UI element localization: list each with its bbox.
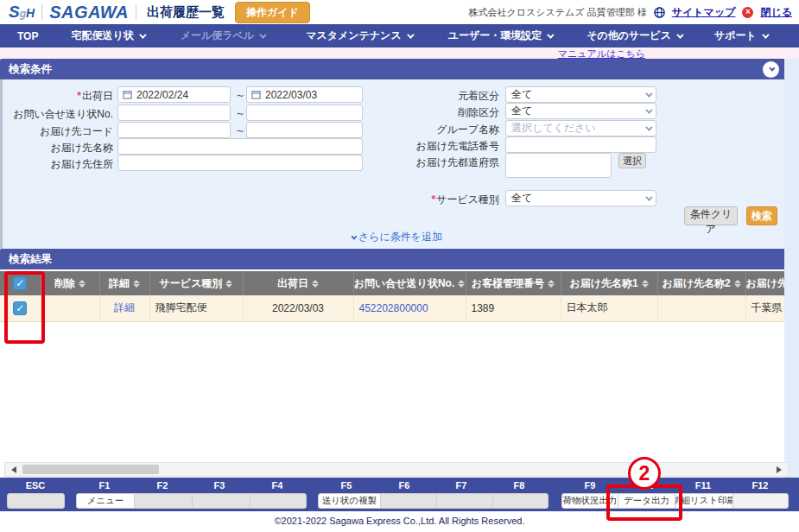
calendar-icon: [251, 90, 261, 99]
f2-button[interactable]: [135, 494, 193, 508]
ship-date-from-field[interactable]: 2022/02/24: [117, 86, 231, 103]
nav-item-support[interactable]: サポート: [714, 28, 767, 43]
f9-f12-button-group: 荷物状況出力 データ出力 明細リスト印刷: [561, 493, 789, 509]
col-dest-pref[interactable]: お届け先: [745, 271, 784, 295]
main-nav: TOP 宅配便送り状 メール便ラベル マスタメンテナンス ユーザー・環境設定 そ…: [0, 24, 799, 48]
operation-guide-button[interactable]: 操作ガイド: [235, 2, 310, 23]
fkey-label-f4: F4: [272, 480, 283, 491]
col-dest-name1[interactable]: お届け先名称1: [561, 271, 657, 295]
collapse-search-button[interactable]: [763, 61, 779, 78]
f8-button[interactable]: [493, 494, 548, 508]
dest-addr-label: お届け先住所: [3, 157, 113, 172]
f3-button[interactable]: [193, 494, 250, 508]
esc-button[interactable]: [7, 493, 65, 509]
dest-name-input[interactable]: [117, 138, 363, 155]
f5-f8-button-group: 送り状の複製: [318, 493, 549, 509]
scrollbar-thumb[interactable]: [22, 465, 159, 474]
nav-item-master-maintenance[interactable]: マスタメンテナンス: [306, 28, 412, 43]
search-condition-title: 検索条件: [9, 62, 52, 77]
row-delete-cell: [41, 295, 99, 321]
dest-phone-input[interactable]: [505, 136, 656, 153]
row-dest-pref-cell: 千葉県: [745, 295, 784, 321]
group-name-label: グループ名称: [365, 123, 499, 137]
copy-invoice-button[interactable]: 送り状の複製: [319, 494, 381, 508]
payment-type-value: 全て: [511, 87, 532, 102]
top-right-area: 株式会社クロスシステムズ 品質管理部 様 サイトマップ × 閉じる: [469, 5, 792, 20]
dest-addr-input[interactable]: [117, 155, 363, 171]
dest-name-label: お届け先名称: [3, 141, 113, 155]
clear-conditions-button[interactable]: 条件クリア: [684, 206, 738, 225]
ship-date-to-field[interactable]: 2022/03/03: [246, 86, 363, 103]
globe-icon: [654, 7, 665, 18]
tracking-no-to-input[interactable]: [246, 104, 363, 121]
package-status-output-button[interactable]: 荷物状況出力: [562, 494, 618, 508]
close-link[interactable]: 閉じる: [760, 5, 792, 20]
service-type-select[interactable]: 全て: [505, 190, 656, 206]
function-key-bar: ESC F1 F2 F3 F4 F5 F6 F7 F8 F9 F10 F11 F…: [0, 478, 799, 511]
nav-item-user-settings[interactable]: ユーザー・環境設定: [448, 28, 553, 43]
fkey-label-f5: F5: [341, 480, 352, 491]
row-select-cell: ✓: [0, 295, 41, 321]
col-dest-name2[interactable]: お届け先名称2: [657, 271, 745, 295]
delete-type-value: 全て: [511, 104, 532, 118]
f12-button[interactable]: [733, 494, 788, 508]
nav-item-takuhaibin-invoice[interactable]: 宅配便送り状: [71, 28, 143, 43]
add-conditions-link[interactable]: さらに条件を追加: [3, 230, 790, 244]
row-customer-no-cell: 1389: [466, 295, 561, 321]
sort-icon: [79, 280, 86, 288]
pref-select-button[interactable]: 選択: [618, 153, 646, 168]
col-delete[interactable]: 削除: [41, 271, 99, 295]
dest-code-to-input[interactable]: [246, 122, 363, 138]
f7-button[interactable]: [437, 494, 493, 508]
tilde-separator: ～: [235, 124, 245, 138]
fkey-label-f1: F1: [99, 480, 111, 491]
fkey-label-esc: ESC: [26, 480, 46, 491]
results-table: ✓ 削除 詳細 サービス種別 出荷日 お問い合せ送り状No. お客様管理番号 お…: [0, 271, 785, 322]
menu-button[interactable]: メニュー: [77, 494, 135, 508]
search-button[interactable]: 検索: [746, 206, 777, 225]
group-name-select[interactable]: 選択してください: [505, 120, 656, 136]
payment-type-select[interactable]: 全て: [505, 86, 656, 103]
scroll-left-icon[interactable]: [11, 466, 16, 473]
scroll-right-icon[interactable]: [777, 466, 782, 473]
col-service[interactable]: サービス種別: [149, 271, 243, 295]
logo-letter-s: S: [9, 3, 20, 22]
payment-type-label: 元着区分: [365, 89, 499, 104]
ship-date-to-value: 2022/03/03: [265, 89, 317, 101]
col-tracking-no[interactable]: お問い合せ送り状No.: [353, 271, 466, 295]
chevron-down-icon: [676, 31, 683, 38]
sitemap-link[interactable]: サイトマップ: [672, 5, 736, 20]
horizontal-scrollbar[interactable]: [4, 462, 789, 477]
detail-link[interactable]: 詳細: [114, 301, 135, 314]
tracking-no-link[interactable]: 452202800000: [359, 302, 428, 314]
search-results-header: 検索結果: [0, 249, 788, 269]
col-detail[interactable]: 詳細: [99, 271, 149, 295]
fkey-label-f6: F6: [399, 480, 410, 491]
shipping-history-page: SgH SAGAWA 出荷履歴一覧 操作ガイド 株式会社クロスシステムズ 品質管…: [0, 0, 799, 532]
f6-button[interactable]: [381, 494, 437, 508]
nav-label: 宅配便送り状: [71, 28, 133, 43]
row-checkbox[interactable]: ✓: [13, 301, 27, 315]
dest-phone-label: お届け先電話番号: [365, 139, 499, 154]
delete-type-select[interactable]: 全て: [505, 103, 656, 119]
col-customer-no[interactable]: お客様管理番号: [466, 271, 561, 295]
manual-row: マニュアルはこちら: [0, 48, 799, 59]
fkey-label-f7: F7: [456, 480, 467, 491]
nav-label: サポート: [714, 28, 757, 43]
title-divider: [136, 4, 136, 20]
data-output-button[interactable]: データ出力: [618, 494, 675, 508]
dest-pref-input[interactable]: [505, 153, 612, 178]
service-type-value: 全て: [511, 191, 532, 206]
chevron-down-icon: [645, 193, 652, 200]
chevron-down-icon: [645, 106, 652, 113]
col-ship-date[interactable]: 出荷日: [243, 271, 353, 295]
tracking-no-from-input[interactable]: [117, 104, 231, 121]
select-all-checkbox[interactable]: ✓: [13, 276, 27, 290]
nav-item-top[interactable]: TOP: [17, 30, 38, 42]
f4-button[interactable]: [250, 494, 306, 508]
dest-code-from-input[interactable]: [117, 122, 231, 138]
chevron-down-icon: [351, 234, 357, 240]
nav-item-other-services[interactable]: その他のサービス: [587, 28, 682, 43]
detail-list-print-button[interactable]: 明細リスト印刷: [675, 494, 733, 508]
fkey-label-f8: F8: [514, 480, 525, 491]
